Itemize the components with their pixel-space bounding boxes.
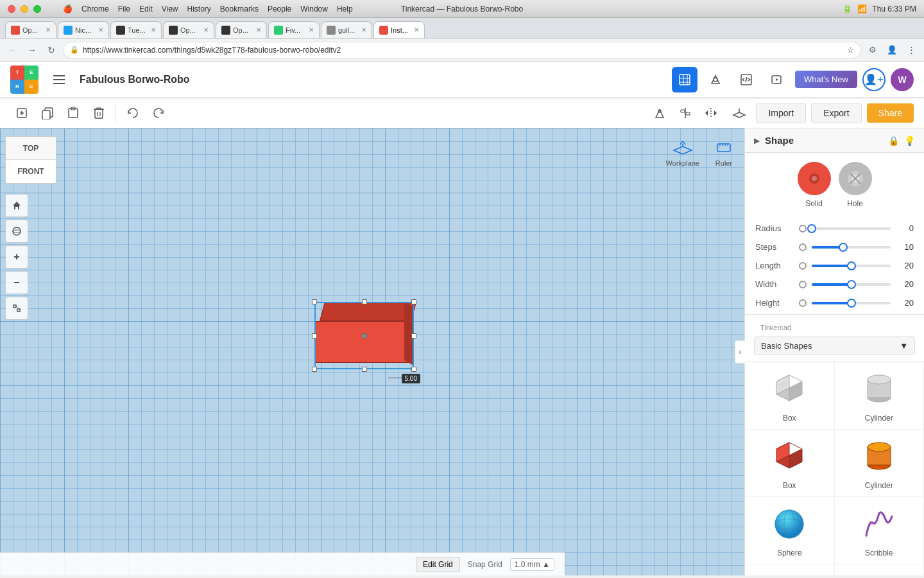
- tab-5[interactable]: Op... ✕: [216, 21, 267, 38]
- view-cube[interactable]: TOP FRONT: [5, 136, 56, 184]
- 2d-view-btn[interactable]: [703, 67, 728, 92]
- 3d-shape[interactable]: 5.00: [314, 302, 414, 369]
- more-icon[interactable]: ⋮: [903, 42, 919, 58]
- fit-all-btn[interactable]: [5, 297, 28, 320]
- import-btn[interactable]: Import: [756, 103, 806, 123]
- tab-6[interactable]: Fiv... ✕: [268, 21, 320, 38]
- snap-grid-value[interactable]: 1.0 mm ▲: [510, 558, 554, 571]
- tab-close-7[interactable]: ✕: [361, 26, 366, 33]
- prop-slider-track-width[interactable]: [812, 283, 891, 286]
- shape-item-scribble[interactable]: Scribble: [835, 497, 925, 565]
- handle-center[interactable]: [362, 333, 367, 338]
- home-view-btn[interactable]: [5, 194, 28, 217]
- tab-2[interactable]: Nic... ✕: [58, 21, 109, 38]
- address-bar[interactable]: 🔒 https://www.tinkercad.com/things/d5wk2…: [63, 42, 861, 58]
- prop-slider-width[interactable]: [799, 281, 891, 288]
- orbit-btn[interactable]: [5, 220, 28, 243]
- handle-tr[interactable]: [411, 299, 416, 304]
- shape-item-box-gray[interactable]: Box: [745, 362, 835, 430]
- prop-slider-height[interactable]: [799, 299, 891, 307]
- prop-slider-thumb-steps[interactable]: [839, 243, 848, 252]
- bulb-icon[interactable]: 💡: [904, 136, 915, 146]
- menu-edit[interactable]: Edit: [135, 3, 157, 15]
- window-maximize-dot[interactable]: [33, 5, 41, 13]
- menu-chrome[interactable]: Chrome: [78, 3, 113, 15]
- export-btn[interactable]: Export: [811, 103, 861, 123]
- tab-close-5[interactable]: ✕: [256, 26, 261, 33]
- paste-btn[interactable]: [62, 101, 85, 125]
- prop-slider-thumb-height[interactable]: [847, 299, 856, 308]
- view-cube-front[interactable]: FRONT: [6, 160, 56, 183]
- mirror-btn[interactable]: [699, 101, 723, 125]
- shape-item-box-red[interactable]: Box: [745, 430, 835, 497]
- tab-1[interactable]: Op... ✕: [5, 21, 56, 38]
- redo-btn[interactable]: [147, 101, 170, 125]
- tab-4[interactable]: Op... ✕: [163, 21, 214, 38]
- menu-history[interactable]: History: [184, 3, 215, 15]
- tab-close-4[interactable]: ✕: [203, 26, 209, 33]
- edit-grid-btn[interactable]: Edit Grid: [416, 557, 460, 572]
- tab-close-1[interactable]: ✕: [46, 26, 51, 33]
- menu-people[interactable]: People: [264, 3, 295, 15]
- tab-7[interactable]: gull... ✕: [321, 21, 372, 38]
- prop-slider-radius[interactable]: [799, 225, 891, 232]
- simulation-btn[interactable]: [764, 67, 790, 92]
- workplane-tool-btn[interactable]: [728, 101, 751, 125]
- handle-tl[interactable]: [312, 299, 317, 304]
- align-btn[interactable]: [674, 101, 697, 125]
- nav-reload-btn[interactable]: ↻: [44, 42, 59, 58]
- new-shape-btn[interactable]: [10, 101, 33, 125]
- workplane-btn[interactable]: Workplane: [660, 135, 706, 171]
- tinkercad-logo[interactable]: T E R C: [10, 66, 38, 94]
- prop-slider-thumb-width[interactable]: [847, 280, 856, 289]
- shape-item-cylinder-gray[interactable]: Cylinder: [835, 362, 925, 430]
- lock-icon[interactable]: 🔒: [888, 136, 899, 146]
- tab-close-2[interactable]: ✕: [98, 26, 103, 33]
- prop-slider-thumb-length[interactable]: [847, 261, 856, 270]
- handle-bl[interactable]: [312, 367, 317, 372]
- tab-close-6[interactable]: ✕: [309, 26, 314, 33]
- shape-item-roof-green[interactable]: Roof: [745, 565, 835, 575]
- tab-close-active[interactable]: ✕: [414, 26, 419, 33]
- panel-toggle-arrow[interactable]: ›: [735, 340, 745, 363]
- handle-tc[interactable]: [362, 299, 367, 304]
- mac-menu[interactable]: 🍎 Chrome File Edit View History Bookmark…: [59, 3, 357, 15]
- perspective-btn[interactable]: [648, 101, 671, 125]
- nav-forward-btn[interactable]: →: [24, 42, 40, 58]
- library-selector[interactable]: Basic Shapes ▼: [754, 337, 915, 355]
- window-close-dot[interactable]: [8, 5, 15, 13]
- zoom-out-btn[interactable]: [5, 271, 28, 294]
- ruler-btn[interactable]: Ruler: [708, 135, 739, 171]
- copy-btn[interactable]: [36, 101, 59, 125]
- prop-slider-length[interactable]: [799, 262, 891, 270]
- user-avatar[interactable]: W: [891, 68, 914, 91]
- share-btn[interactable]: Share: [867, 103, 914, 123]
- tab-close-3[interactable]: ✕: [151, 26, 156, 33]
- menu-file[interactable]: File: [114, 3, 134, 15]
- prop-slider-steps[interactable]: [799, 243, 891, 251]
- nav-back-btn[interactable]: ←: [5, 42, 21, 58]
- prop-slider-track-steps[interactable]: [812, 246, 891, 249]
- menu-view[interactable]: View: [158, 3, 182, 15]
- shape-container[interactable]: 5.00: [314, 302, 414, 369]
- code-view-btn[interactable]: [733, 67, 759, 92]
- menu-apple[interactable]: 🍎: [59, 3, 76, 15]
- whats-new-btn[interactable]: What's New: [795, 71, 857, 88]
- shape-item-cylinder-orange[interactable]: Cylinder: [835, 430, 925, 497]
- add-user-btn[interactable]: 👤+: [862, 68, 886, 91]
- shape-item-cone-purple[interactable]: Cone: [835, 565, 925, 575]
- delete-btn[interactable]: [87, 101, 110, 125]
- profile-icon[interactable]: 👤: [884, 42, 900, 58]
- menu-bookmarks[interactable]: Bookmarks: [216, 3, 262, 15]
- extensions-icon[interactable]: ⚙: [865, 42, 880, 58]
- shape-panel-toggle[interactable]: ▶: [754, 136, 760, 145]
- tab-3[interactable]: Tue... ✕: [110, 21, 162, 38]
- solid-type[interactable]: Solid: [798, 162, 831, 208]
- handle-br[interactable]: [411, 367, 416, 372]
- menu-toggle-btn[interactable]: [46, 67, 72, 92]
- tab-active[interactable]: Inst... ✕: [373, 21, 425, 38]
- canvas-area[interactable]: 5.00 Edit Grid Snap Grid 1.0 mm ▲: [0, 128, 744, 575]
- 3d-view-btn[interactable]: [672, 67, 697, 92]
- menu-window[interactable]: Window: [296, 3, 332, 15]
- hole-type[interactable]: Hole: [839, 162, 872, 208]
